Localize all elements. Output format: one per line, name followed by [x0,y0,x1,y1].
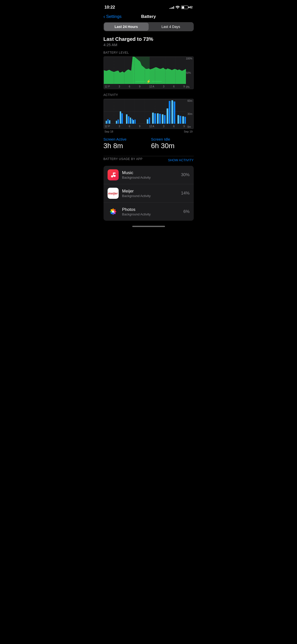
date-sep18: Sep 18 [105,130,113,133]
svg-rect-40 [177,115,179,124]
battery-y-label-50: 50% [186,72,192,74]
home-bar [132,226,165,227]
screen-active-label: Screen Active [104,137,146,141]
screen-idle-value: 6h 30m [151,142,194,150]
segment-control[interactable]: Last 24 Hours Last 4 Days [104,22,194,31]
page-title: Battery [141,14,156,19]
app-item-music[interactable]: Music Background Activity 30% [104,166,194,184]
activity-chart-label: ACTIVITY [104,93,194,97]
screen-idle-label: Screen Idle [151,137,194,141]
activity-chart: 60m 30m 0m [104,99,194,129]
app-icon-photos [108,206,119,217]
svg-rect-28 [147,119,148,124]
app-info-photos: Photos Background Activity [122,207,180,216]
show-activity-button[interactable]: SHOW ACTIVITY [168,158,194,162]
svg-point-44 [111,175,113,177]
screen-stats: Screen Active 3h 8m Screen Idle 6h 30m [104,137,194,150]
svg-rect-20 [120,111,121,124]
app-usage-music: 30% [181,172,189,177]
battery-y-label-0: 0% [186,86,192,88]
svg-rect-31 [154,113,156,124]
wifi-icon [176,6,180,9]
svg-rect-43 [184,117,186,124]
svg-rect-22 [126,114,127,124]
battery-chart: 100% 50% 0% [104,56,194,89]
svg-rect-32 [157,113,158,124]
back-button[interactable]: ‹ Settings [104,14,122,19]
svg-point-57 [112,210,114,213]
activity-chart-container: ACTIVITY 60m 30m 0m [104,93,194,133]
battery-y-labels: 100% 50% 0% [186,57,192,89]
signal-bars-icon [170,6,174,9]
svg-rect-37 [169,101,170,124]
svg-rect-25 [131,119,133,124]
app-name-meijer: Meijer [122,189,178,194]
battery-icon [181,6,188,9]
svg-rect-15 [106,121,107,124]
charging-bolt-icon: ⚡ [146,79,151,83]
app-icon-music [108,169,119,180]
app-sub-photos: Background Activity [122,212,180,216]
svg-rect-30 [152,113,154,124]
svg-rect-42 [182,116,184,124]
app-sub-music: Background Activity [122,176,178,179]
charge-info: Last Charged to 73% 4:25 AM [104,36,194,47]
battery-status: 42 [181,6,192,9]
svg-rect-24 [130,118,131,124]
svg-rect-39 [174,102,175,124]
nav-bar: ‹ Settings Battery [100,13,198,22]
svg-rect-26 [133,120,134,124]
battery-y-label-100: 100% [186,57,192,60]
activity-x-labels: 12 P 3 6 9 12 A 3 6 9 [104,124,186,129]
app-usage-meijer: 14% [181,191,189,196]
svg-point-45 [114,175,116,177]
svg-rect-41 [180,116,181,124]
app-sub-meijer: Background Activity [122,194,178,198]
svg-rect-35 [164,115,166,124]
app-icon-meijer: meijer [108,188,119,199]
screen-active-value: 3h 8m [104,142,146,150]
svg-rect-38 [171,100,173,124]
app-info-meijer: Meijer Background Activity [122,189,178,198]
main-content: Last 24 Hours Last 4 Days Last Charged t… [100,22,198,221]
home-indicator [100,224,198,228]
back-label: Settings [106,14,121,19]
app-info-music: Music Background Activity [122,170,178,179]
charging-indicator: ⚡ [135,79,162,83]
app-list: Music Background Activity 30% meijer Mei… [104,166,194,221]
svg-rect-21 [121,113,123,124]
svg-rect-29 [149,118,150,124]
activity-bars [104,99,186,124]
battery-usage-header: BATTERY USAGE BY APP SHOW ACTIVITY [104,156,194,163]
svg-rect-47 [113,173,115,174]
app-name-photos: Photos [122,207,180,212]
back-chevron-icon: ‹ [104,14,105,19]
battery-percent: 42 [189,6,192,9]
status-icons: 42 [170,6,192,9]
app-name-music: Music [122,170,178,175]
svg-rect-34 [162,114,163,124]
date-sep19: Sep 19 [184,130,193,133]
status-bar: 10:22 42 [100,0,198,13]
app-item-photos[interactable]: Photos Background Activity 6% [104,203,194,221]
charge-time: 4:25 AM [104,43,194,47]
chart-dates: Sep 18 Sep 19 [104,130,194,133]
status-time: 10:22 [105,5,115,10]
app-usage-photos: 6% [183,209,190,214]
tab-last-24-hours[interactable]: Last 24 Hours [104,23,149,31]
svg-rect-18 [116,121,117,124]
svg-rect-17 [109,120,110,124]
charge-title: Last Charged to 73% [104,36,194,42]
battery-x-labels: 12 P 3 6 9 12 A 3 6 9 [104,84,186,89]
svg-rect-16 [107,119,109,124]
battery-usage-label: BATTERY USAGE BY APP [104,157,143,161]
svg-rect-19 [117,119,119,124]
battery-chart-container: BATTERY LEVEL 100% 50% 0% [104,51,194,89]
svg-rect-36 [167,108,168,124]
screen-active-stat: Screen Active 3h 8m [104,137,146,150]
battery-chart-label: BATTERY LEVEL [104,51,194,54]
app-item-meijer[interactable]: meijer Meijer Background Activity 14% [104,184,194,203]
svg-rect-27 [134,119,136,124]
activity-y-labels: 60m 30m 0m [187,99,192,129]
tab-last-4-days[interactable]: Last 4 Days [149,23,193,31]
